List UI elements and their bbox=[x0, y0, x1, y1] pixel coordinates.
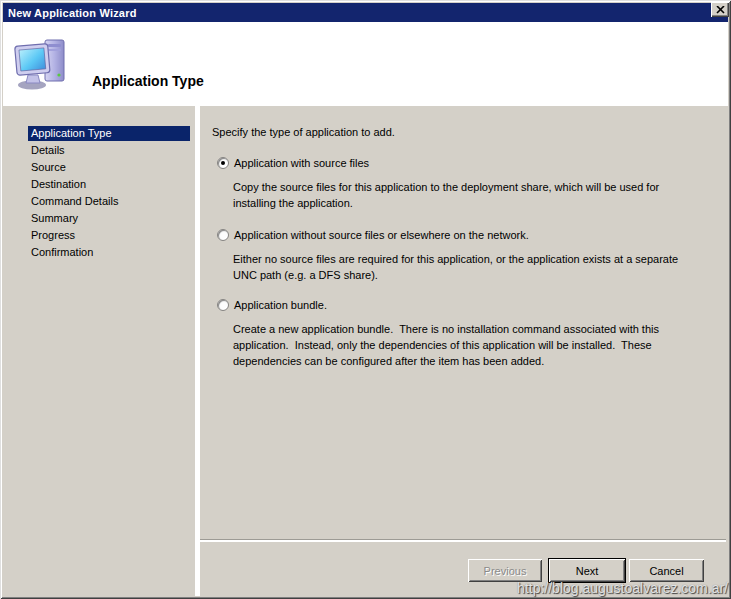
sidebar-item-summary[interactable]: Summary bbox=[28, 211, 190, 226]
previous-button[interactable]: Previous bbox=[468, 559, 542, 582]
sidebar-item-details[interactable]: Details bbox=[28, 143, 190, 158]
option-label[interactable]: Application without source files or else… bbox=[234, 229, 529, 241]
sidebar-item-application-type[interactable]: Application Type bbox=[28, 126, 190, 141]
radio-application-bundle[interactable] bbox=[217, 299, 229, 311]
window-title: New Application Wizard bbox=[8, 7, 137, 19]
option-label[interactable]: Application bundle. bbox=[234, 299, 327, 311]
radio-application-with-source-files[interactable] bbox=[217, 157, 229, 169]
close-button[interactable] bbox=[711, 2, 729, 17]
new-application-wizard-window: New Application Wizard bbox=[0, 0, 731, 599]
close-icon bbox=[716, 6, 725, 14]
next-button[interactable]: Next bbox=[548, 558, 626, 583]
radio-selected-dot bbox=[221, 161, 225, 165]
wizard-header: Application Type bbox=[3, 22, 728, 106]
footer-separator bbox=[200, 539, 726, 542]
option-label[interactable]: Application with source files bbox=[234, 157, 369, 169]
option-application-without-source-files: Application without source files or else… bbox=[217, 229, 709, 283]
sidebar-item-command-details[interactable]: Command Details bbox=[28, 194, 190, 209]
option-description: Create a new application bundle. There i… bbox=[233, 321, 703, 369]
sidebar-item-progress[interactable]: Progress bbox=[28, 228, 190, 243]
sidebar-item-destination[interactable]: Destination bbox=[28, 177, 190, 192]
option-application-bundle: Application bundle. Create a new applica… bbox=[217, 299, 709, 369]
computer-icon bbox=[14, 35, 72, 93]
sidebar-item-confirmation[interactable]: Confirmation bbox=[28, 245, 190, 260]
option-description: Either no source files are required for … bbox=[233, 251, 703, 283]
page-title: Application Type bbox=[92, 73, 204, 89]
instruction-text: Specify the type of application to add. bbox=[212, 126, 395, 138]
titlebar[interactable]: New Application Wizard bbox=[3, 3, 728, 22]
option-application-with-source-files: Application with source files Copy the s… bbox=[217, 157, 709, 211]
radio-application-without-source-files[interactable] bbox=[217, 229, 229, 241]
cancel-button[interactable]: Cancel bbox=[629, 559, 704, 582]
wizard-content: Specify the type of application to add. … bbox=[200, 106, 726, 540]
sidebar-item-source[interactable]: Source bbox=[28, 160, 190, 175]
option-description: Copy the source files for this applicati… bbox=[233, 179, 703, 211]
wizard-steps-sidebar: Application Type Details Source Destinat… bbox=[3, 106, 195, 596]
